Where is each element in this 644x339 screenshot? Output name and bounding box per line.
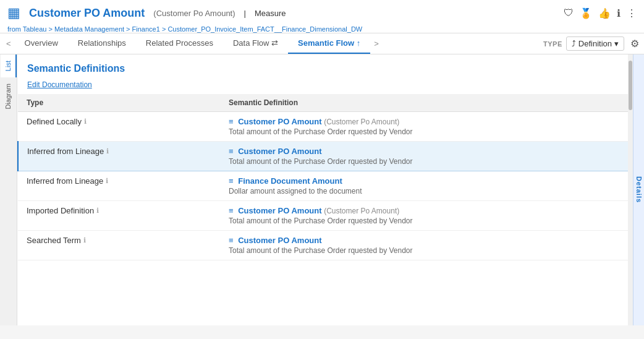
table-row[interactable]: Defined Locally ℹ ≡ Customer PO Amount (… <box>18 112 628 142</box>
def-name-suffix: (Customer Po Amount) <box>324 118 399 126</box>
def-desc: Dollar amount assigned to the document <box>229 187 619 195</box>
info-icon[interactable]: ℹ <box>83 236 86 244</box>
nav-forward-arrow[interactable]: > <box>370 34 383 53</box>
header-top: ▦ Customer PO Amount (Customer Po Amount… <box>7 5 637 25</box>
semantic-definitions-table: Type Semantic Definition Defined Locally… <box>17 94 628 260</box>
definition-cell: ≡ Customer PO Amount (Customer Po Amount… <box>220 201 628 231</box>
main-layout: List Diagram Semantic Definitions Edit D… <box>0 54 644 325</box>
info-icon[interactable]: ℹ <box>96 207 99 215</box>
tab-overview[interactable]: Overview <box>15 33 68 54</box>
nav-tabs: < Overview Relationships Related Process… <box>0 33 644 54</box>
type-label-inferred-2: Inferred from Lineage <box>27 176 103 186</box>
def-name-suffix: (Customer Po Amount) <box>324 207 399 215</box>
def-name[interactable]: Customer PO Amount <box>238 117 321 126</box>
scrollbar-thumb[interactable] <box>629 61 632 110</box>
definition-button[interactable]: ⤴ Definition ▾ <box>566 36 624 51</box>
record-icon: ≡ <box>229 117 234 126</box>
tab-related-processes[interactable]: Related Processes <box>136 33 223 54</box>
nav-back-arrow[interactable]: < <box>2 34 15 53</box>
header-title: Customer PO Amount <box>29 7 145 20</box>
def-desc: Total amount of the Purchase Order rques… <box>229 246 619 255</box>
tab-relationships[interactable]: Relationships <box>68 33 136 54</box>
definition-cell: ≡ Customer PO Amount (Customer Po Amount… <box>220 112 628 142</box>
table-row[interactable]: Inferred from Lineage ℹ ≡ Customer PO Am… <box>18 142 628 171</box>
definition-cell: ≡ Customer PO Amount Total amount of the… <box>220 231 628 260</box>
more-icon[interactable]: ⋮ <box>627 7 637 19</box>
def-desc: Total amount of the Purchase Order rques… <box>229 127 619 136</box>
def-desc: Total amount of the Purchase Order rques… <box>229 157 619 166</box>
section-title: Semantic Definitions <box>17 54 628 78</box>
header-separator: | <box>244 9 246 18</box>
settings-icon[interactable]: ⚙ <box>630 38 639 49</box>
left-sidebar: List Diagram <box>0 54 17 325</box>
record-icon: ≡ <box>229 147 234 156</box>
def-name[interactable]: Customer PO Amount <box>238 206 321 215</box>
shield-icon[interactable]: 🛡 <box>564 7 574 19</box>
type-label-inferred-1: Inferred from Lineage <box>27 147 104 156</box>
nav-type-area: TYPE ⤴ Definition ▾ ⚙ <box>543 36 644 51</box>
scrollbar[interactable] <box>628 54 633 325</box>
export-icon: ⤴ <box>572 39 576 48</box>
type-label-imported: Imported Definition <box>27 206 94 215</box>
content-area: Semantic Definitions Edit Documentation … <box>17 54 628 325</box>
info-icon[interactable]: ℹ <box>84 118 87 126</box>
chevron-down-icon: ▾ <box>614 39 619 48</box>
info-icon[interactable]: ℹ <box>106 147 109 155</box>
record-icon: ≡ <box>229 236 234 245</box>
type-cell: Inferred from Lineage ℹ <box>18 142 220 171</box>
dataset-icon: ▦ <box>7 5 20 21</box>
type-cell: Inferred from Lineage ℹ <box>18 171 220 201</box>
tab-semantic-flow[interactable]: Semantic Flow ↑ <box>288 33 370 54</box>
badge-icon[interactable]: 🏅 <box>580 7 592 19</box>
type-cell: Searched Term ℹ <box>18 231 220 260</box>
right-sidebar-label: Details <box>635 176 643 203</box>
type-cell: Imported Definition ℹ <box>18 201 220 231</box>
header-title-suffix: (Customer Po Amount) <box>153 9 235 18</box>
definition-cell: ≡ Customer PO Amount Total amount of the… <box>220 142 628 171</box>
sidebar-tab-diagram[interactable]: Diagram <box>1 77 17 116</box>
table-row[interactable]: Imported Definition ℹ ≡ Customer PO Amou… <box>18 201 628 231</box>
info-icon[interactable]: ℹ <box>617 7 621 19</box>
def-desc: Total amount of the Purchase Order rques… <box>229 217 619 225</box>
type-label-defined-locally: Defined Locally <box>27 117 82 126</box>
tab-data-flow[interactable]: Data Flow ⇄ <box>223 33 288 54</box>
table-row[interactable]: Inferred from Lineage ℹ ≡ Finance Docume… <box>18 171 628 201</box>
type-cell: Defined Locally ℹ <box>18 112 220 142</box>
info-icon[interactable]: ℹ <box>106 177 108 185</box>
def-name[interactable]: Customer PO Amount <box>238 147 321 156</box>
header-type-label: Measure <box>255 9 286 18</box>
definition-cell: ≡ Finance Document Amount Dollar amount … <box>220 171 628 201</box>
def-name[interactable]: Finance Document Amount <box>238 176 342 186</box>
sidebar-tab-list[interactable]: List <box>1 54 17 77</box>
record-icon: ≡ <box>229 206 234 215</box>
header-actions: 🛡 🏅 👍 ℹ ⋮ <box>564 7 637 19</box>
col-type: Type <box>18 94 220 112</box>
breadcrumb-text: from Tableau > Metadata Management > Fin… <box>7 25 362 33</box>
type-label: TYPE <box>543 40 562 48</box>
type-label-searched: Searched Term <box>27 236 81 245</box>
record-icon: ≡ <box>229 176 234 186</box>
header: ▦ Customer PO Amount (Customer Po Amount… <box>0 0 644 33</box>
edit-documentation-button[interactable]: Edit Documentation <box>27 80 92 89</box>
breadcrumb: from Tableau > Metadata Management > Fin… <box>7 25 637 33</box>
right-sidebar[interactable]: Details <box>633 54 644 325</box>
thumb-icon[interactable]: 👍 <box>598 7 611 19</box>
definition-btn-label: Definition <box>578 39 612 48</box>
table-row[interactable]: Searched Term ℹ ≡ Customer PO Amount Tot… <box>18 231 628 260</box>
def-name[interactable]: Customer PO Amount <box>238 236 321 245</box>
col-semantic-definition: Semantic Definition <box>220 94 628 112</box>
